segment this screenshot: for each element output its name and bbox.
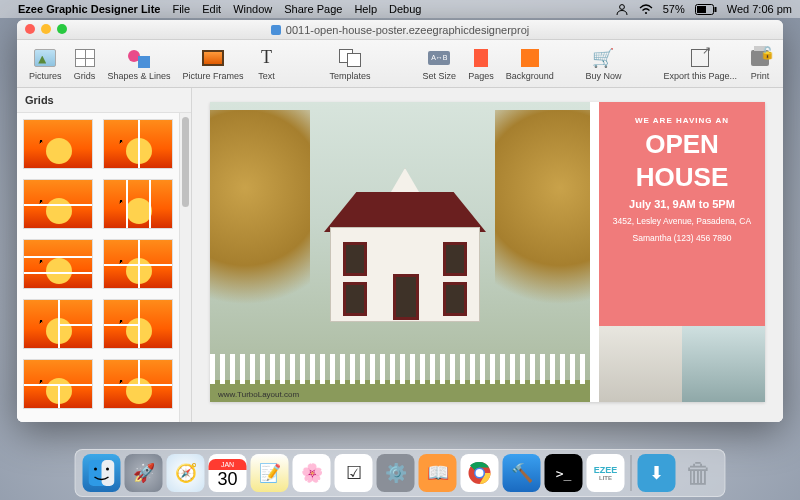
dock-safari[interactable]: 🧭 xyxy=(167,454,205,492)
text-icon: T xyxy=(256,47,278,69)
cart-icon: 🛒 xyxy=(592,47,614,69)
dock-chrome[interactable] xyxy=(461,454,499,492)
toolbar-pages[interactable]: Pages xyxy=(468,47,494,81)
grid-thumb[interactable] xyxy=(103,299,173,349)
svg-point-11 xyxy=(476,469,484,477)
maximize-button[interactable] xyxy=(57,24,67,34)
poster-sub-photos xyxy=(599,326,765,402)
menu-help[interactable]: Help xyxy=(354,3,377,15)
sidebar-title: Grids xyxy=(17,88,191,113)
grid-thumb[interactable] xyxy=(23,299,93,349)
toolbar-templates[interactable]: Templates xyxy=(330,47,371,81)
menu-window[interactable]: Window xyxy=(233,3,272,15)
toolbar-background-label: Background xyxy=(506,71,554,81)
window-body: Grids xyxy=(17,88,783,422)
poster-headline-2: HOUSE xyxy=(607,164,757,191)
dock-trash[interactable]: 🗑 xyxy=(680,454,718,492)
app-menu[interactable]: Ezee Graphic Designer Lite xyxy=(18,3,160,15)
poster-address: 3452, Lesley Avenue, Pasadena, CA xyxy=(607,216,757,228)
pages-icon xyxy=(474,49,488,67)
app-window: 0011-open-house-poster.ezeegraphicdesign… xyxy=(17,20,783,422)
toolbar-frames[interactable]: Picture Frames xyxy=(183,47,244,81)
dock-notes[interactable]: 📝 xyxy=(251,454,289,492)
toolbar-text[interactable]: TText xyxy=(256,47,278,81)
toolbar-pictures[interactable]: Pictures xyxy=(29,47,62,81)
grid-thumb[interactable] xyxy=(23,239,93,289)
traffic-lights xyxy=(25,24,67,34)
poster-photo-interior[interactable] xyxy=(599,326,682,402)
menu-edit[interactable]: Edit xyxy=(202,3,221,15)
dock-finder[interactable] xyxy=(83,454,121,492)
poster-photo-hallway[interactable] xyxy=(682,326,765,402)
shapes-icon xyxy=(128,48,150,68)
svg-point-1 xyxy=(645,11,647,13)
document-icon xyxy=(271,25,281,35)
dock-xcode[interactable]: 🔨 xyxy=(503,454,541,492)
clock[interactable]: Wed 7:06 pm xyxy=(727,3,792,15)
svg-point-7 xyxy=(94,468,97,471)
poster-date: July 31, 9AM to 5PM xyxy=(607,198,757,210)
toolbar-buy-now[interactable]: 🛒Buy Now xyxy=(585,47,621,81)
menubar: Ezee Graphic Designer Lite File Edit Win… xyxy=(0,0,800,18)
dock-terminal[interactable]: >_ xyxy=(545,454,583,492)
grid-thumb[interactable] xyxy=(23,179,93,229)
poster-text-panel[interactable]: WE ARE HAVING AN OPEN HOUSE July 31, 9AM… xyxy=(599,102,765,402)
set-size-icon: A↔B xyxy=(428,51,450,65)
toolbar-shapes-label: Shapes & Lines xyxy=(108,71,171,81)
svg-rect-6 xyxy=(102,460,115,486)
toolbar-pictures-label: Pictures xyxy=(29,71,62,81)
grid-thumb[interactable] xyxy=(103,359,173,409)
toolbar-export-label: Export this Page... xyxy=(663,71,737,81)
dock-calendar[interactable]: JAN30 xyxy=(209,454,247,492)
toolbar-shapes[interactable]: Shapes & Lines xyxy=(108,47,171,81)
dock-preferences[interactable]: ⚙️ xyxy=(377,454,415,492)
poster-headline-1: OPEN xyxy=(607,131,757,158)
minimize-button[interactable] xyxy=(41,24,51,34)
svg-rect-3 xyxy=(697,6,706,13)
toolbar-export[interactable]: Export this Page... xyxy=(663,47,737,81)
export-icon xyxy=(691,49,709,67)
close-button[interactable] xyxy=(25,24,35,34)
menu-file[interactable]: File xyxy=(172,3,190,15)
svg-point-8 xyxy=(106,468,109,471)
toolbar-grids[interactable]: Grids xyxy=(74,47,96,81)
sidebar-scrollbar[interactable] xyxy=(179,113,191,422)
poster-document[interactable]: www.TurboLayout.com WE ARE HAVING AN OPE… xyxy=(210,102,765,402)
grid-thumb[interactable] xyxy=(23,359,93,409)
poster-kicker: WE ARE HAVING AN xyxy=(607,116,757,125)
toolbar-set-size[interactable]: A↔BSet Size xyxy=(423,47,457,81)
dock-ezee-label: EZEE xyxy=(594,465,618,475)
dock-ezee[interactable]: EZEELITE xyxy=(587,454,625,492)
battery-percent[interactable]: 57% xyxy=(663,3,685,15)
grid-thumb[interactable] xyxy=(103,239,173,289)
menu-share-page[interactable]: Share Page xyxy=(284,3,342,15)
menu-debug[interactable]: Debug xyxy=(389,3,421,15)
grid-thumb[interactable] xyxy=(23,119,93,169)
svg-point-0 xyxy=(619,5,624,10)
dock-downloads[interactable]: ⬇ xyxy=(638,454,676,492)
grid-template-list[interactable] xyxy=(17,113,179,422)
watermark: www.TurboLayout.com xyxy=(218,390,299,399)
dock: 🚀 🧭 JAN30 📝 🌸 ☑ ⚙️ 📖 🔨 >_ EZEELITE ⬇ 🗑 xyxy=(75,449,726,497)
calendar-day: 30 xyxy=(217,470,237,488)
dock-ibooks[interactable]: 📖 xyxy=(419,454,457,492)
toolbar-print-label: Print xyxy=(751,71,770,81)
canvas[interactable]: www.TurboLayout.com WE ARE HAVING AN OPE… xyxy=(192,88,783,422)
lock-icon[interactable]: 🔓 xyxy=(760,46,775,60)
wifi-icon[interactable] xyxy=(639,4,653,15)
toolbar: Pictures Grids Shapes & Lines Picture Fr… xyxy=(17,40,783,88)
grid-thumb[interactable] xyxy=(103,119,173,169)
sidebar: Grids xyxy=(17,88,192,422)
toolbar-background[interactable]: Background xyxy=(506,47,554,81)
dock-photos[interactable]: 🌸 xyxy=(293,454,331,492)
scrollbar-thumb[interactable] xyxy=(182,117,189,207)
grid-thumb[interactable] xyxy=(103,179,173,229)
poster-main-photo[interactable]: www.TurboLayout.com xyxy=(210,102,590,402)
dock-launchpad[interactable]: 🚀 xyxy=(125,454,163,492)
titlebar[interactable]: 0011-open-house-poster.ezeegraphicdesign… xyxy=(17,20,783,40)
fast-user-switch-icon[interactable] xyxy=(615,3,629,15)
dock-reminders[interactable]: ☑ xyxy=(335,454,373,492)
pictures-icon xyxy=(34,49,56,67)
templates-icon xyxy=(339,49,361,67)
battery-icon[interactable] xyxy=(695,4,717,15)
